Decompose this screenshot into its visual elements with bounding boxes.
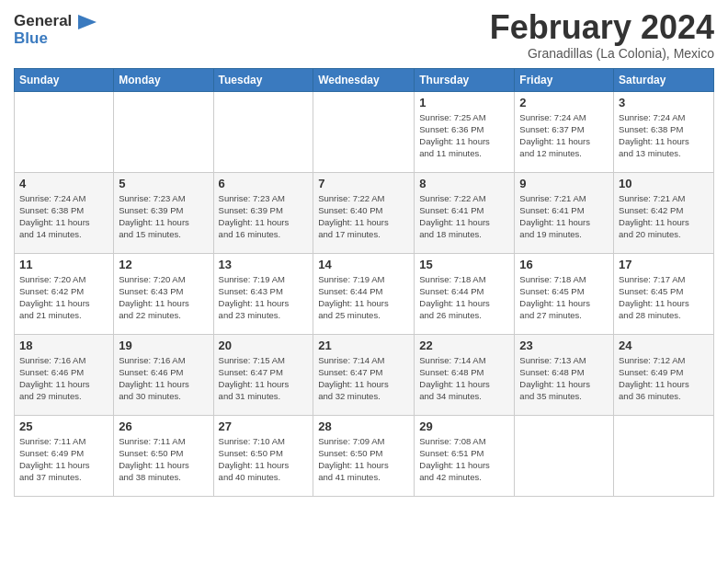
table-row: [15, 91, 114, 172]
day-info: Sunrise: 7:21 AMSunset: 6:42 PMDaylight:…: [619, 192, 709, 241]
day-info: Sunrise: 7:22 AMSunset: 6:41 PMDaylight:…: [419, 192, 509, 241]
day-number: 28: [318, 419, 409, 433]
table-row: [114, 91, 213, 172]
day-info: Sunrise: 7:14 AMSunset: 6:48 PMDaylight:…: [419, 354, 509, 403]
table-row: 15Sunrise: 7:18 AMSunset: 6:44 PMDayligh…: [415, 253, 515, 334]
day-info: Sunrise: 7:19 AMSunset: 6:44 PMDaylight:…: [318, 273, 409, 322]
table-row: [614, 415, 714, 496]
col-sunday: Sunday: [15, 68, 114, 91]
day-info: Sunrise: 7:17 AMSunset: 6:45 PMDaylight:…: [619, 273, 709, 322]
table-row: 6Sunrise: 7:23 AMSunset: 6:39 PMDaylight…: [213, 172, 313, 253]
calendar-week-1: 1Sunrise: 7:25 AMSunset: 6:36 PMDaylight…: [15, 91, 714, 172]
day-number: 18: [19, 339, 108, 352]
table-row: [313, 91, 415, 172]
day-number: 29: [419, 419, 509, 433]
table-row: 24Sunrise: 7:12 AMSunset: 6:49 PMDayligh…: [614, 334, 714, 415]
day-info: Sunrise: 7:20 AMSunset: 6:42 PMDaylight:…: [19, 273, 108, 322]
day-number: 20: [219, 339, 309, 352]
table-row: 19Sunrise: 7:16 AMSunset: 6:46 PMDayligh…: [114, 334, 213, 415]
table-row: 29Sunrise: 7:08 AMSunset: 6:51 PMDayligh…: [415, 415, 515, 496]
table-row: 20Sunrise: 7:15 AMSunset: 6:47 PMDayligh…: [213, 334, 313, 415]
day-number: 3: [619, 96, 709, 109]
header: General Blue February 2024 Granadillas (…: [14, 9, 714, 61]
day-number: 4: [19, 177, 108, 190]
svg-marker-0: [78, 15, 97, 29]
day-number: 2: [519, 96, 609, 109]
day-number: 14: [318, 258, 409, 271]
table-row: 1Sunrise: 7:25 AMSunset: 6:36 PMDaylight…: [415, 91, 515, 172]
day-info: Sunrise: 7:24 AMSunset: 6:38 PMDaylight:…: [19, 192, 108, 241]
table-row: 10Sunrise: 7:21 AMSunset: 6:42 PMDayligh…: [614, 172, 714, 253]
day-number: 17: [619, 258, 709, 271]
calendar-header-row: Sunday Monday Tuesday Wednesday Thursday…: [15, 68, 714, 91]
calendar-week-2: 4Sunrise: 7:24 AMSunset: 6:38 PMDaylight…: [15, 172, 714, 253]
table-row: 25Sunrise: 7:11 AMSunset: 6:49 PMDayligh…: [15, 415, 114, 496]
day-info: Sunrise: 7:20 AMSunset: 6:43 PMDaylight:…: [119, 273, 208, 322]
table-row: 22Sunrise: 7:14 AMSunset: 6:48 PMDayligh…: [415, 334, 515, 415]
day-info: Sunrise: 7:23 AMSunset: 6:39 PMDaylight:…: [219, 192, 309, 241]
day-info: Sunrise: 7:11 AMSunset: 6:49 PMDaylight:…: [19, 435, 108, 484]
table-row: 16Sunrise: 7:18 AMSunset: 6:45 PMDayligh…: [515, 253, 614, 334]
table-row: 4Sunrise: 7:24 AMSunset: 6:38 PMDaylight…: [15, 172, 114, 253]
day-info: Sunrise: 7:19 AMSunset: 6:43 PMDaylight:…: [219, 273, 309, 322]
day-number: 15: [419, 258, 509, 271]
table-row: 18Sunrise: 7:16 AMSunset: 6:46 PMDayligh…: [15, 334, 114, 415]
col-monday: Monday: [114, 68, 213, 91]
day-number: 24: [619, 339, 709, 352]
col-wednesday: Wednesday: [313, 68, 415, 91]
table-row: 28Sunrise: 7:09 AMSunset: 6:50 PMDayligh…: [313, 415, 415, 496]
day-number: 19: [119, 339, 208, 352]
day-number: 8: [419, 177, 509, 190]
calendar-week-3: 11Sunrise: 7:20 AMSunset: 6:42 PMDayligh…: [15, 253, 714, 334]
day-info: Sunrise: 7:16 AMSunset: 6:46 PMDaylight:…: [19, 354, 108, 403]
table-row: 17Sunrise: 7:17 AMSunset: 6:45 PMDayligh…: [614, 253, 714, 334]
col-saturday: Saturday: [614, 68, 714, 91]
table-row: 27Sunrise: 7:10 AMSunset: 6:50 PMDayligh…: [213, 415, 313, 496]
day-info: Sunrise: 7:23 AMSunset: 6:39 PMDaylight:…: [119, 192, 208, 241]
day-number: 9: [519, 177, 609, 190]
day-info: Sunrise: 7:24 AMSunset: 6:38 PMDaylight:…: [619, 111, 709, 160]
day-number: 12: [119, 258, 208, 271]
day-number: 11: [19, 258, 108, 271]
logo-arrow-icon: [78, 15, 97, 29]
col-friday: Friday: [515, 68, 614, 91]
table-row: 21Sunrise: 7:14 AMSunset: 6:47 PMDayligh…: [313, 334, 415, 415]
day-info: Sunrise: 7:10 AMSunset: 6:50 PMDaylight:…: [219, 435, 309, 484]
table-row: 9Sunrise: 7:21 AMSunset: 6:41 PMDaylight…: [515, 172, 614, 253]
col-thursday: Thursday: [415, 68, 515, 91]
day-number: 26: [119, 419, 208, 433]
table-row: [213, 91, 313, 172]
table-row: 14Sunrise: 7:19 AMSunset: 6:44 PMDayligh…: [313, 253, 415, 334]
calendar-week-4: 18Sunrise: 7:16 AMSunset: 6:46 PMDayligh…: [15, 334, 714, 415]
day-number: 13: [219, 258, 309, 271]
day-number: 5: [119, 177, 208, 190]
day-info: Sunrise: 7:24 AMSunset: 6:37 PMDaylight:…: [519, 111, 609, 160]
page: General Blue February 2024 Granadillas (…: [0, 0, 728, 563]
month-title: February 2024: [490, 9, 714, 46]
day-number: 23: [519, 339, 609, 352]
day-info: Sunrise: 7:16 AMSunset: 6:46 PMDaylight:…: [119, 354, 208, 403]
day-number: 22: [419, 339, 509, 352]
day-number: 16: [519, 258, 609, 271]
table-row: 13Sunrise: 7:19 AMSunset: 6:43 PMDayligh…: [213, 253, 313, 334]
table-row: 3Sunrise: 7:24 AMSunset: 6:38 PMDaylight…: [614, 91, 714, 172]
day-info: Sunrise: 7:15 AMSunset: 6:47 PMDaylight:…: [219, 354, 309, 403]
day-number: 1: [419, 96, 509, 109]
calendar: Sunday Monday Tuesday Wednesday Thursday…: [14, 68, 714, 497]
logo: General Blue: [14, 13, 97, 47]
title-section: February 2024 Granadillas (La Colonia), …: [490, 9, 714, 61]
day-info: Sunrise: 7:14 AMSunset: 6:47 PMDaylight:…: [318, 354, 409, 403]
table-row: [515, 415, 614, 496]
day-info: Sunrise: 7:08 AMSunset: 6:51 PMDaylight:…: [419, 435, 509, 484]
table-row: 7Sunrise: 7:22 AMSunset: 6:40 PMDaylight…: [313, 172, 415, 253]
day-number: 10: [619, 177, 709, 190]
day-info: Sunrise: 7:18 AMSunset: 6:45 PMDaylight:…: [519, 273, 609, 322]
table-row: 2Sunrise: 7:24 AMSunset: 6:37 PMDaylight…: [515, 91, 614, 172]
day-info: Sunrise: 7:13 AMSunset: 6:48 PMDaylight:…: [519, 354, 609, 403]
day-number: 25: [19, 419, 108, 433]
day-number: 21: [318, 339, 409, 352]
day-info: Sunrise: 7:12 AMSunset: 6:49 PMDaylight:…: [619, 354, 709, 403]
day-info: Sunrise: 7:18 AMSunset: 6:44 PMDaylight:…: [419, 273, 509, 322]
day-info: Sunrise: 7:22 AMSunset: 6:40 PMDaylight:…: [318, 192, 409, 241]
col-tuesday: Tuesday: [213, 68, 313, 91]
